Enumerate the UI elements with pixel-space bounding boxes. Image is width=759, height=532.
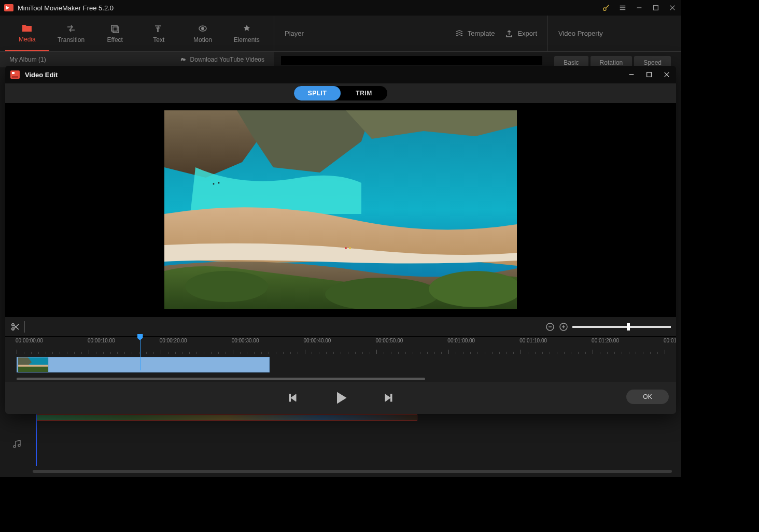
export-button[interactable]: Export	[505, 30, 537, 38]
svg-rect-24	[391, 394, 392, 401]
timeline-playhead[interactable]	[140, 337, 140, 370]
ruler-label: 00:01:00.00	[447, 338, 475, 343]
zoom-slider[interactable]	[572, 326, 671, 328]
tab-label: Text	[153, 36, 164, 44]
transition-icon	[66, 24, 76, 33]
maximize-button[interactable]	[651, 3, 660, 12]
top-center-panel: Player Template Export	[274, 16, 548, 51]
ruler-label: 00:01:10.00	[519, 338, 547, 343]
key-icon[interactable]	[601, 3, 611, 12]
ruler-label: 00:00:00.00	[16, 338, 43, 343]
timeline-toolbar	[5, 317, 676, 336]
zoom-slider-thumb[interactable]	[627, 323, 630, 330]
download-youtube-button[interactable]: Download YouTube Videos	[179, 56, 264, 63]
svg-point-13	[349, 247, 351, 249]
ruler-label: 00:01	[664, 338, 676, 343]
ruler-label: 00:00:30.00	[232, 338, 259, 343]
modal-footer: OK	[5, 382, 676, 414]
tab-transition[interactable]: Transition	[49, 16, 93, 51]
tab-label: Effect	[107, 36, 122, 44]
motion-icon	[198, 24, 208, 33]
timeline-ruler[interactable]: 00:00:00.0000:00:10.0000:00:20.0000:00:3…	[5, 336, 676, 354]
svg-point-12	[345, 247, 347, 249]
svg-rect-21	[18, 366, 48, 372]
step-back-button[interactable]	[285, 390, 301, 406]
ruler-label: 00:00:10.00	[88, 338, 115, 343]
top-right-panel: Video Property	[548, 16, 681, 51]
svg-rect-22	[18, 365, 48, 367]
modal-minimize-button[interactable]	[627, 70, 636, 79]
video-clip[interactable]	[17, 357, 270, 372]
cloud-download-icon	[179, 56, 186, 63]
tab-text[interactable]: Text	[137, 16, 181, 51]
svg-point-5	[201, 27, 204, 30]
modal-title: Video Edit	[25, 71, 627, 79]
ruler-label: 00:00:20.00	[160, 338, 187, 343]
segment-split[interactable]: SPLIT	[294, 86, 341, 100]
ruler-label: 00:01:20.00	[592, 338, 619, 343]
tab-label: Elements	[234, 36, 260, 44]
modal-logo-icon	[10, 70, 20, 79]
tab-elements[interactable]: Elements	[224, 16, 269, 51]
album-bar: My Album (1) Download YouTube Videos	[0, 52, 274, 67]
tab-motion[interactable]: Motion	[181, 16, 225, 51]
elements-icon	[242, 24, 252, 33]
download-label: Download YouTube Videos	[190, 56, 264, 63]
timeline-track[interactable]	[5, 354, 676, 377]
export-icon	[505, 30, 513, 38]
template-button[interactable]: Template	[455, 30, 495, 38]
text-icon	[153, 24, 164, 33]
svg-rect-23	[289, 394, 291, 401]
modal-close-button[interactable]	[663, 70, 671, 79]
clip-body	[49, 357, 269, 372]
tab-effect[interactable]: Effect	[93, 16, 137, 51]
ruler-label: 00:00:40.00	[304, 338, 331, 343]
background-scrollbar[interactable]	[33, 470, 672, 473]
export-label: Export	[517, 30, 537, 37]
timeline-scrollbar-track[interactable]	[5, 377, 676, 382]
app-titlebar: MiniTool MovieMaker Free 5.2.0	[0, 0, 681, 16]
main-window: MiniTool MovieMaker Free 5.2.0 Media Tra…	[0, 0, 681, 477]
background-playhead[interactable]	[36, 414, 37, 466]
player-label: Player	[285, 30, 304, 37]
album-label: My Album (1)	[9, 56, 46, 63]
video-preview-frame	[164, 110, 517, 309]
ruler-label: 00:00:50.00	[375, 338, 403, 343]
tab-media[interactable]: Media	[5, 16, 49, 51]
timeline-scrollbar-thumb[interactable]	[17, 378, 425, 380]
zoom-in-button[interactable]	[559, 322, 568, 332]
text-cursor	[24, 321, 24, 333]
menu-icon[interactable]	[618, 3, 627, 12]
tab-label: Transition	[58, 36, 85, 44]
close-button[interactable]	[668, 3, 677, 12]
zoom-out-button[interactable]	[545, 322, 555, 332]
svg-point-14	[213, 183, 215, 185]
tab-label: Media	[19, 36, 36, 43]
preview-placeholder	[281, 56, 542, 65]
modal-maximize-button[interactable]	[645, 70, 653, 79]
step-forward-button[interactable]	[381, 390, 396, 406]
tab-label: Motion	[193, 36, 212, 44]
template-label: Template	[468, 30, 495, 37]
segment-control-bar: SPLIT TRIM	[5, 83, 676, 103]
minimize-button[interactable]	[635, 3, 644, 12]
app-title: MiniTool MovieMaker Free 5.2.0	[18, 4, 601, 12]
svg-point-9	[185, 271, 268, 302]
svg-rect-3	[113, 27, 119, 33]
play-button[interactable]	[333, 390, 348, 406]
template-icon	[455, 30, 463, 38]
ok-button[interactable]: OK	[626, 390, 669, 404]
svg-point-15	[218, 182, 220, 184]
svg-rect-1	[654, 6, 658, 10]
video-property-label: Video Property	[558, 30, 603, 37]
scissors-icon[interactable]	[10, 322, 20, 332]
segment-trim[interactable]: TRIM	[341, 86, 387, 100]
preview-area	[5, 103, 676, 317]
modal-titlebar: Video Edit	[5, 66, 676, 83]
svg-rect-2	[111, 25, 117, 31]
folder-icon	[22, 23, 32, 33]
video-edit-modal: Video Edit SPLIT TRIM	[5, 66, 676, 414]
split-trim-segment: SPLIT TRIM	[294, 86, 387, 100]
background-timeline-clip[interactable]	[36, 414, 417, 421]
clip-thumbnail	[17, 357, 49, 372]
